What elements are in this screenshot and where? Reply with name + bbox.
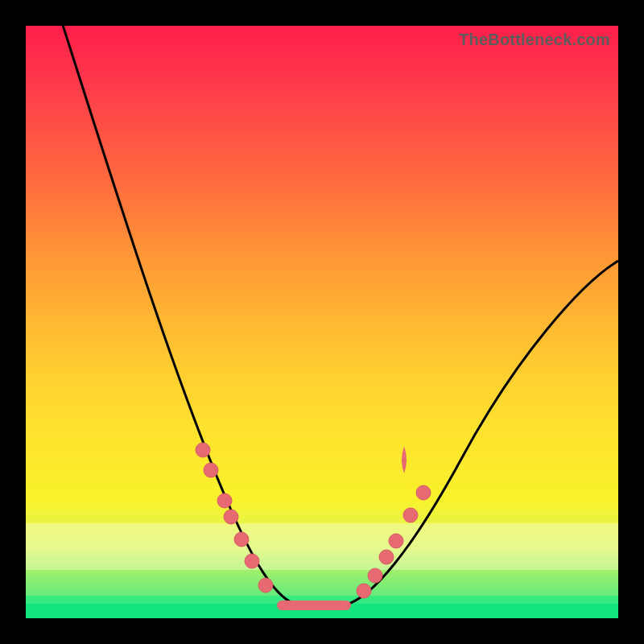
chart-frame: TheBottleneck.com [0, 0, 644, 644]
marker-dot [403, 508, 418, 522]
marker-dot [389, 534, 403, 548]
marker-dot [204, 463, 218, 477]
marker-dot [217, 493, 232, 508]
marker-dot [416, 485, 431, 500]
marker-dot [245, 554, 259, 568]
chart-svg [26, 26, 618, 618]
watermark-text: TheBottleneck.com [459, 31, 610, 49]
marker-dot [368, 568, 382, 583]
marker-dot [224, 510, 238, 524]
marker-dot [357, 584, 371, 598]
marker-dot [196, 443, 210, 457]
plot-area: TheBottleneck.com [26, 26, 618, 618]
tear-icon [402, 446, 407, 473]
marker-dot [379, 550, 394, 564]
marker-dot [234, 532, 249, 547]
marker-dot [258, 578, 273, 592]
bottleneck-curve [62, 26, 618, 605]
